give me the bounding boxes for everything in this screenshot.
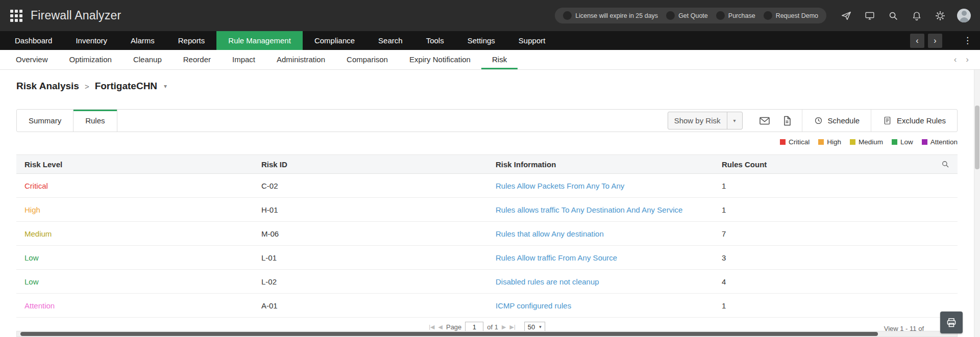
horizontal-scrollbar-thumb[interactable] (20, 332, 878, 336)
schedule-button[interactable]: Schedule (802, 110, 871, 132)
table-row: Attention A-01 ICMP configured rules 1 (16, 294, 958, 318)
nav-item-support[interactable]: Support (507, 31, 557, 50)
page-size-select[interactable]: 50 ▾ (524, 322, 545, 332)
legend-label-high: High (827, 138, 841, 146)
risk-info-link[interactable]: Disabled rules are not cleanup (496, 277, 599, 286)
table-search-icon[interactable] (933, 160, 958, 169)
subnav-item-comparison[interactable]: Comparison (336, 50, 399, 69)
subnav-item-expiry-notification[interactable]: Expiry Notification (399, 50, 481, 69)
nav-item-inventory[interactable]: Inventory (64, 31, 119, 50)
risk-level-value: High (16, 205, 253, 214)
nav-item-alarms[interactable]: Alarms (119, 31, 166, 50)
vertical-scrollbar[interactable] (974, 70, 980, 337)
prev-page-icon[interactable]: ◀ (438, 324, 443, 330)
low-swatch (892, 139, 897, 145)
subnav-item-cleanup[interactable]: Cleanup (122, 50, 173, 69)
page-label: Page (446, 323, 461, 331)
tab-summary[interactable]: Summary (17, 110, 73, 132)
risk-info-link[interactable]: Rules allows traffic To Any Destination … (496, 205, 682, 214)
apps-grid-icon[interactable] (10, 10, 22, 22)
legend-item-medium: Medium (850, 138, 883, 146)
severity-legend: Critical High Medium Low Attention (780, 138, 958, 146)
table-row: Medium M-06 Rules that allow Any destina… (16, 222, 958, 246)
subnav-item-reorder[interactable]: Reorder (173, 50, 222, 69)
risk-id-value: C-02 (253, 182, 487, 190)
nav-item-dashboard[interactable]: Dashboard (3, 31, 64, 50)
rules-count-value: 1 (714, 301, 933, 310)
subnav-item-impact[interactable]: Impact (222, 50, 266, 69)
risk-info-link[interactable]: Rules Allow traffic From Any Source (496, 253, 617, 262)
col-rules-count: Rules Count (714, 160, 933, 169)
email-report-icon[interactable] (757, 113, 772, 128)
risk-table: Risk Level Risk ID Risk Information Rule… (16, 154, 958, 318)
horizontal-scrollbar[interactable] (16, 331, 958, 337)
nav-item-tools[interactable]: Tools (414, 31, 456, 50)
table-header: Risk Level Risk ID Risk Information Rule… (16, 154, 958, 174)
main-nav: Dashboard Inventory Alarms Reports Rule … (0, 31, 980, 50)
breadcrumb-device[interactable]: FortigateCHN (95, 81, 157, 92)
table-row: Critical C-02 Rules Allow Packets From A… (16, 174, 958, 198)
first-page-icon[interactable]: |◀ (429, 324, 434, 330)
subnav-item-risk[interactable]: Risk (481, 50, 518, 69)
purchase-button[interactable]: Purchase (716, 11, 755, 20)
schedule-label: Schedule (828, 116, 860, 125)
nav-item-compliance[interactable]: Compliance (303, 31, 366, 50)
legend-item-low: Low (892, 138, 913, 146)
breadcrumb: Risk Analysis > FortigateCHN ▾ (16, 81, 167, 92)
nav-overflow-menu-icon[interactable]: ⋮ (963, 35, 972, 46)
nav-item-search[interactable]: Search (366, 31, 414, 50)
subnav-scroll-right-icon[interactable]: › (966, 55, 969, 65)
breadcrumb-section[interactable]: Risk Analysis (16, 81, 79, 92)
get-quote-button[interactable]: Get Quote (666, 11, 708, 20)
request-demo-button[interactable]: Request Demo (764, 11, 818, 20)
rules-count-value: 1 (714, 205, 933, 214)
risk-info-link[interactable]: ICMP configured rules (496, 301, 571, 310)
exclude-rules-button[interactable]: Exclude Rules (871, 110, 957, 132)
risk-info-link[interactable]: Rules that allow Any destination (496, 229, 604, 238)
page-number-input[interactable] (465, 322, 483, 332)
nav-scroll-right-icon[interactable]: › (928, 34, 942, 48)
exclude-rules-label: Exclude Rules (897, 116, 946, 125)
nav-item-settings[interactable]: Settings (456, 31, 507, 50)
document-icon (883, 116, 892, 125)
page-of-label: of 1 (487, 323, 498, 331)
device-dropdown-caret-icon[interactable]: ▾ (164, 83, 167, 90)
notifications-bell-icon[interactable] (910, 9, 923, 22)
nav-item-reports[interactable]: Reports (166, 31, 217, 50)
print-button[interactable] (940, 312, 963, 333)
nav-scroll-left-icon[interactable]: ‹ (910, 34, 924, 48)
show-by-risk-select[interactable]: Show by Risk ▾ (668, 112, 743, 129)
breadcrumb-separator: > (85, 82, 89, 91)
search-icon[interactable] (887, 9, 900, 22)
page-size-value: 50 (528, 323, 535, 331)
user-avatar[interactable] (957, 9, 971, 22)
app-title: Firewall Analyzer (31, 9, 121, 22)
risk-id-value: L-01 (253, 253, 487, 262)
printer-icon (945, 317, 958, 329)
attention-swatch (922, 139, 927, 145)
subnav-item-administration[interactable]: Administration (266, 50, 336, 69)
next-page-icon[interactable]: ▶ (502, 324, 506, 330)
nav-item-rule-management[interactable]: Rule Management (216, 31, 303, 50)
paper-plane-icon[interactable] (840, 9, 853, 22)
medium-swatch (850, 139, 855, 145)
notice-pill-group: License will expire in 25 days Get Quote… (555, 8, 826, 23)
legend-label-attention: Attention (930, 138, 958, 146)
select-caret-icon: ▾ (727, 112, 742, 129)
tab-rules[interactable]: Rules (73, 110, 117, 132)
license-expiry-notice[interactable]: License will expire in 25 days (563, 11, 658, 20)
vertical-scrollbar-thumb[interactable] (975, 106, 979, 169)
pdf-export-icon[interactable] (779, 113, 795, 128)
rules-count-value: 4 (714, 277, 933, 286)
settings-gear-icon[interactable] (934, 9, 947, 22)
subnav-item-optimization[interactable]: Optimization (59, 50, 122, 69)
monitor-icon[interactable] (863, 9, 876, 22)
request-demo-label: Request Demo (776, 12, 818, 19)
subnav-item-overview[interactable]: Overview (5, 50, 59, 69)
main-nav-controls: ‹ › ⋮ (910, 31, 980, 50)
rules-count-value: 7 (714, 229, 933, 238)
subnav-scroll-left-icon[interactable]: ‹ (954, 55, 957, 65)
risk-info-link[interactable]: Rules Allow Packets From Any To Any (496, 182, 624, 190)
last-page-icon[interactable]: ▶| (510, 324, 516, 330)
topbar-right: License will expire in 25 days Get Quote… (555, 8, 973, 23)
